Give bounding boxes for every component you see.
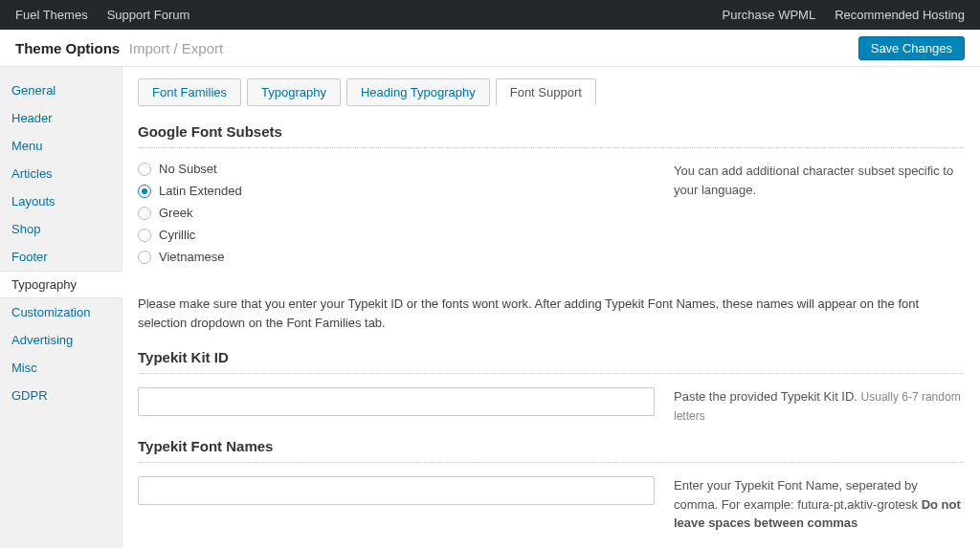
radio-label: Vietnamese <box>159 250 224 264</box>
admin-bar-link-fuel-themes[interactable]: Fuel Themes <box>15 8 88 22</box>
radio-icon <box>138 207 151 220</box>
page-subtitle: Import / Export <box>129 40 223 56</box>
sidebar-item-customization[interactable]: Customization <box>0 298 122 326</box>
page-title-wrap: Theme Options Import / Export <box>15 40 223 56</box>
admin-bar-left: Fuel Themes Support Forum <box>15 8 189 22</box>
sidebar-item-shop[interactable]: Shop <box>0 215 122 243</box>
font-names-row: Enter your Typekit Font Name, seperated … <box>138 476 965 533</box>
body-wrap: General Header Menu Articles Layouts Sho… <box>0 67 980 548</box>
sidebar-item-menu[interactable]: Menu <box>0 132 122 160</box>
page-title: Theme Options <box>15 40 120 56</box>
radio-label: Greek <box>159 206 192 220</box>
admin-bar-right: Purchase WPML Recommended Hosting <box>723 8 965 22</box>
main-panel: Font Families Typography Heading Typogra… <box>122 67 980 548</box>
sidebar-item-advertising[interactable]: Advertising <box>0 326 122 354</box>
kit-id-row: Paste the provided Typekit Kit ID. Usual… <box>138 387 965 425</box>
divider <box>138 373 965 374</box>
font-names-help-pre: Enter your Typekit Font Name, seperated … <box>674 478 922 512</box>
radio-latin-extended[interactable]: Latin Extended <box>138 184 655 198</box>
page-header: Theme Options Import / Export Save Chang… <box>0 30 980 67</box>
sidebar-item-typography[interactable]: Typography <box>0 271 122 298</box>
radio-icon <box>138 185 151 198</box>
tab-heading-typography[interactable]: Heading Typography <box>346 78 490 106</box>
divider <box>138 462 965 463</box>
sidebar-item-footer[interactable]: Footer <box>0 243 122 271</box>
sidebar-item-header[interactable]: Header <box>0 104 122 132</box>
typekit-kit-id-input[interactable] <box>138 387 655 416</box>
tab-typography[interactable]: Typography <box>247 78 341 106</box>
divider <box>138 147 965 148</box>
section-title-google-font-subsets: Google Font Subsets <box>138 123 965 140</box>
sidebar: General Header Menu Articles Layouts Sho… <box>0 67 122 548</box>
radio-greek[interactable]: Greek <box>138 206 655 220</box>
sidebar-item-layouts[interactable]: Layouts <box>0 187 122 215</box>
subsets-help: You can add additional character subset … <box>674 162 965 272</box>
typekit-font-names-input[interactable] <box>138 476 655 505</box>
radio-label: No Subset <box>159 162 217 176</box>
kit-id-help-main: Paste the provided Typekit Kit ID. <box>674 389 861 404</box>
typekit-note: Please make sure that you enter your Typ… <box>138 295 965 332</box>
subsets-options: No Subset Latin Extended Greek Cyrillic … <box>138 162 655 272</box>
kit-id-help: Paste the provided Typekit Kit ID. Usual… <box>674 387 965 425</box>
tab-font-support[interactable]: Font Support <box>496 78 596 106</box>
radio-label: Cyrillic <box>159 228 195 242</box>
admin-bar: Fuel Themes Support Forum Purchase WPML … <box>0 0 980 30</box>
radio-no-subset[interactable]: No Subset <box>138 162 655 176</box>
save-changes-button[interactable]: Save Changes <box>858 36 965 60</box>
admin-bar-link-recommended-hosting[interactable]: Recommended Hosting <box>835 8 965 22</box>
radio-icon <box>138 163 151 176</box>
sidebar-item-misc[interactable]: Misc <box>0 354 122 382</box>
admin-bar-link-support-forum[interactable]: Support Forum <box>107 8 190 22</box>
sidebar-item-general[interactable]: General <box>0 77 122 104</box>
radio-vietnamese[interactable]: Vietnamese <box>138 250 655 264</box>
tabs: Font Families Typography Heading Typogra… <box>138 78 965 106</box>
sidebar-item-articles[interactable]: Articles <box>0 160 122 187</box>
subsets-row: No Subset Latin Extended Greek Cyrillic … <box>138 162 965 272</box>
section-title-typekit-kit-id: Typekit Kit ID <box>138 349 965 365</box>
radio-icon <box>138 251 151 264</box>
sidebar-item-gdpr[interactable]: GDPR <box>0 382 122 409</box>
radio-label: Latin Extended <box>159 184 242 198</box>
tab-font-families[interactable]: Font Families <box>138 78 241 106</box>
radio-cyrillic[interactable]: Cyrillic <box>138 228 655 242</box>
radio-icon <box>138 229 151 242</box>
kit-id-input-wrap <box>138 387 655 425</box>
section-title-typekit-font-names: Typekit Font Names <box>138 438 965 454</box>
font-names-help: Enter your Typekit Font Name, seperated … <box>674 476 965 533</box>
admin-bar-link-purchase-wpml[interactable]: Purchase WPML <box>723 8 816 22</box>
font-names-input-wrap <box>138 476 655 533</box>
